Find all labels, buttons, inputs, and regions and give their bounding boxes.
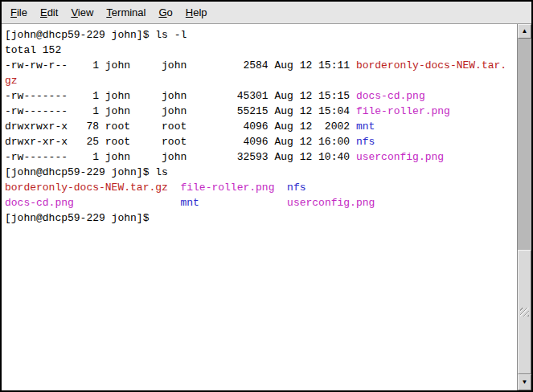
- terminal-line: -rw-rw-r-- 1 john john 2584 Aug 12 15:11…: [5, 58, 518, 73]
- terminal-line: [john@dhcp59-229 john]$ ls -l: [5, 27, 518, 43]
- arrow-up-icon: ▲: [522, 28, 528, 35]
- terminal-line: drwxr-xr-x 25 root root 4096 Aug 12 16:0…: [5, 134, 518, 149]
- terminal-line: -rw------- 1 john john 45301 Aug 12 15:1…: [5, 88, 518, 104]
- menu-item-go[interactable]: Go: [152, 4, 178, 21]
- scrollbar-track[interactable]: [518, 39, 531, 374]
- terminal-line: -rw------- 1 john john 32593 Aug 12 10:4…: [5, 149, 518, 165]
- scrollbar-thumb[interactable]: [518, 250, 531, 374]
- terminal-line: [john@dhcp59-229 john]$ ls: [5, 165, 518, 180]
- terminal-line: gz: [5, 73, 518, 88]
- menu-item-view[interactable]: View: [64, 4, 100, 21]
- terminal-line: borderonly-docs-NEW.tar.gz file-roller.p…: [5, 180, 518, 195]
- menu-item-file[interactable]: File: [4, 4, 34, 21]
- arrow-down-icon: ▼: [522, 379, 528, 386]
- menu-bar: FileEditViewTerminalGoHelp: [2, 2, 531, 24]
- scroll-down-button[interactable]: ▼: [518, 374, 531, 390]
- terminal-area: [john@dhcp59-229 john]$ ls -ltotal 152-r…: [2, 24, 531, 390]
- terminal-line: docs-cd.png mnt userconfig.png: [5, 195, 518, 210]
- menu-item-help[interactable]: Help: [179, 4, 214, 21]
- scrollbar[interactable]: ▲ ▼: [517, 24, 531, 390]
- terminal-line: -rw------- 1 john john 55215 Aug 12 15:0…: [5, 104, 518, 119]
- menu-item-edit[interactable]: Edit: [34, 4, 64, 21]
- menu-item-terminal[interactable]: Terminal: [100, 4, 152, 21]
- terminal-window: FileEditViewTerminalGoHelp [john@dhcp59-…: [0, 0, 533, 392]
- terminal-line: [john@dhcp59-229 john]$: [5, 210, 518, 226]
- terminal-line: drwxrwxr-x 78 root root 4096 Aug 12 2002…: [5, 119, 518, 134]
- terminal-output[interactable]: [john@dhcp59-229 john]$ ls -ltotal 152-r…: [2, 24, 518, 390]
- terminal-line: total 152: [5, 43, 518, 58]
- scroll-up-button[interactable]: ▲: [518, 24, 531, 39]
